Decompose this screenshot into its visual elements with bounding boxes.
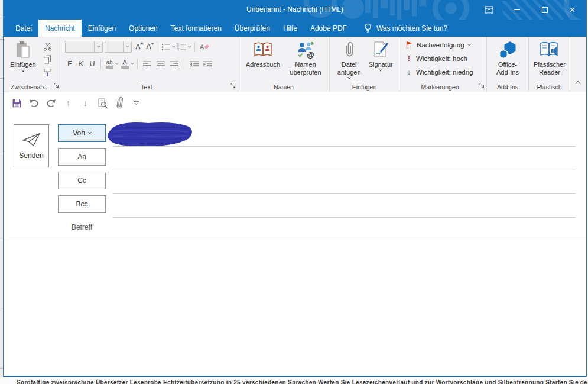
- font-color-bar: [121, 66, 129, 69]
- chevron-down-icon: [135, 102, 138, 105]
- chevron-down-icon[interactable]: [172, 44, 176, 48]
- group-label-zwischenablage: Zwischenab...: [5, 83, 55, 91]
- cut-button[interactable]: [41, 41, 53, 51]
- move-down-button[interactable]: ↓: [77, 95, 94, 111]
- send-label: Senden: [19, 151, 43, 160]
- group-plastisch: Plastischer Reader Plastisch: [529, 37, 570, 92]
- message-body-input[interactable]: [4, 240, 586, 376]
- font-name-combobox[interactable]: [65, 41, 103, 53]
- importance-low-button[interactable]: ↓ Wichtigkeit: niedrig: [402, 65, 484, 79]
- customize-quick-access-button[interactable]: [131, 101, 142, 105]
- undo-button[interactable]: [25, 95, 43, 111]
- increase-indent-button[interactable]: [202, 59, 213, 69]
- save-button[interactable]: [8, 95, 25, 111]
- immersive-reader-button[interactable]: Plastischer Reader: [531, 39, 568, 76]
- subject-label: Betreff: [58, 223, 106, 231]
- follow-up-button[interactable]: Nachverfolgung: [402, 38, 484, 51]
- redo-button[interactable]: [43, 95, 60, 111]
- highlight-color-button[interactable]: ab: [105, 59, 114, 69]
- group-text: A A 123: [61, 37, 238, 92]
- cc-input[interactable]: [113, 176, 576, 193]
- address-book-label: Adressbuch: [246, 61, 280, 69]
- minimize-button[interactable]: [503, 0, 531, 20]
- attach-file-button[interactable]: Datei anfügen: [333, 39, 365, 79]
- ribbon-tab-bar: Datei Nachricht Einfügen Optionen Text f…: [4, 20, 586, 37]
- subject-input[interactable]: [113, 221, 576, 239]
- tab-einfuegen[interactable]: Einfügen: [82, 20, 122, 37]
- chevron-up-icon: [576, 81, 580, 86]
- to-button[interactable]: An: [58, 148, 106, 166]
- dialog-launcher-icon[interactable]: [230, 80, 236, 91]
- highlight-label: ab: [106, 59, 112, 66]
- cc-button[interactable]: Cc: [58, 172, 106, 189]
- bcc-button[interactable]: Bcc: [58, 195, 106, 213]
- tab-adobe-pdf[interactable]: Adobe PDF: [304, 20, 353, 37]
- collapse-ribbon-button[interactable]: [576, 77, 580, 88]
- to-input[interactable]: [113, 152, 576, 170]
- immersive-reader-label-line1: Plastischer: [534, 61, 566, 69]
- tell-me-box[interactable]: Was möchten Sie tun?: [364, 20, 447, 37]
- to-underline: [113, 170, 576, 170]
- address-book-button[interactable]: Adressbuch: [242, 39, 284, 76]
- tab-nachricht[interactable]: Nachricht: [38, 20, 82, 37]
- arrow-up-icon: ↑: [66, 98, 70, 108]
- close-button[interactable]: ×: [558, 0, 586, 20]
- align-center-button[interactable]: [155, 59, 167, 69]
- chevron-down-icon[interactable]: [188, 44, 191, 48]
- ribbon-display-options-button[interactable]: [475, 0, 503, 20]
- tab-hilfe[interactable]: Hilfe: [277, 20, 304, 37]
- decrease-indent-icon: [190, 61, 199, 67]
- group-label-einfuegen: Einfügen: [330, 83, 399, 91]
- separator: [184, 59, 184, 69]
- signature-button[interactable]: Signatur: [366, 39, 395, 79]
- office-addins-button[interactable]: Office- Add-Ins: [489, 39, 526, 76]
- numbering-button[interactable]: 123: [177, 41, 187, 52]
- group-markierungen: Nachverfolgung ! Wichtigkeit: hoch ↓ Wic…: [399, 37, 487, 92]
- bcc-input[interactable]: [113, 199, 576, 217]
- maximize-button[interactable]: [531, 0, 558, 20]
- tab-text-formatieren[interactable]: Text formatieren: [164, 20, 228, 37]
- dialog-launcher-icon[interactable]: [54, 80, 59, 91]
- print-preview-button[interactable]: [94, 95, 111, 111]
- check-names-button[interactable]: @ Namen überprüfen: [285, 39, 326, 76]
- close-icon: ×: [570, 5, 575, 15]
- underline-button[interactable]: U: [87, 60, 97, 68]
- titlebar: Unbenannt - Nachricht (HTML) ×: [4, 0, 586, 20]
- chevron-down-icon: [467, 42, 471, 46]
- check-names-icon: @: [296, 40, 315, 59]
- attach-button[interactable]: [111, 95, 128, 111]
- increase-indent-icon: [203, 61, 212, 67]
- font-color-button[interactable]: A: [120, 59, 129, 69]
- bullets-button[interactable]: [161, 41, 171, 52]
- chevron-down-icon: [88, 131, 92, 134]
- send-button[interactable]: Senden: [14, 124, 49, 167]
- grow-font-button[interactable]: A: [134, 43, 142, 51]
- align-left-button[interactable]: [141, 59, 153, 69]
- move-up-button[interactable]: ↑: [60, 95, 77, 111]
- dialog-launcher-icon[interactable]: [479, 80, 485, 91]
- bold-button[interactable]: F: [65, 60, 74, 68]
- check-names-label-line2: überprüfen: [290, 69, 321, 76]
- chevron-down-icon[interactable]: [115, 62, 119, 65]
- chevron-down-icon[interactable]: [131, 62, 134, 65]
- italic-button[interactable]: K: [76, 60, 86, 68]
- decrease-indent-button[interactable]: [188, 59, 200, 69]
- format-painter-icon: [43, 68, 51, 77]
- tab-optionen[interactable]: Optionen: [122, 20, 164, 37]
- shrink-font-button[interactable]: A: [144, 43, 153, 51]
- font-size-combobox[interactable]: [105, 41, 132, 53]
- tab-ueberpruefen[interactable]: Überprüfen: [228, 20, 277, 37]
- numbered-list-icon: 123: [177, 43, 187, 51]
- from-button[interactable]: Von: [58, 124, 106, 142]
- align-right-button[interactable]: [168, 59, 180, 69]
- importance-high-button[interactable]: ! Wichtigkeit: hoch: [402, 51, 484, 65]
- paste-button[interactable]: Einfügen: [7, 39, 39, 78]
- tab-datei[interactable]: Datei: [9, 20, 38, 37]
- paper-plane-icon: [22, 133, 41, 147]
- separator: [100, 59, 101, 69]
- clear-formatting-button[interactable]: A: [199, 41, 210, 52]
- undo-icon: [29, 99, 39, 108]
- format-painter-button[interactable]: [41, 67, 53, 78]
- highlight-color-bar: [106, 66, 113, 69]
- copy-button[interactable]: [41, 54, 53, 64]
